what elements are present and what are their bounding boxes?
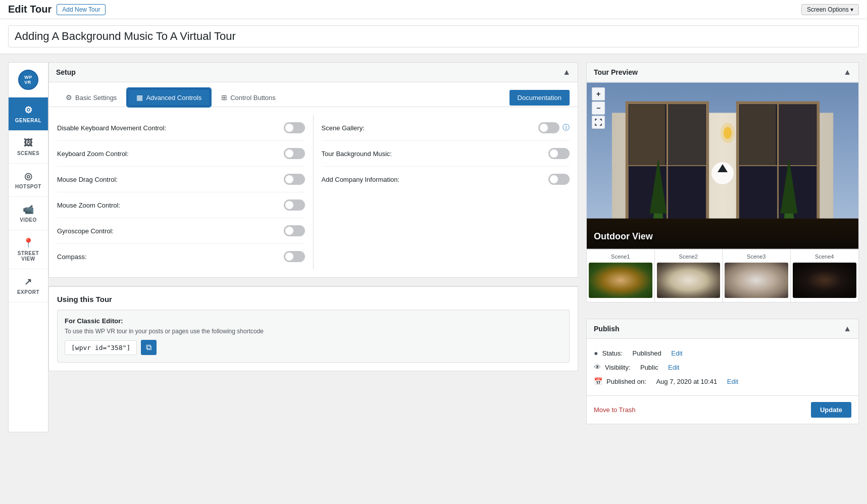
move-to-trash-link[interactable]: Move to Trash	[594, 406, 635, 414]
publish-visibility-row: 👁 Visibility: Public Edit	[594, 360, 851, 374]
tour-title-input[interactable]	[8, 25, 859, 47]
tab-advanced-controls-label: Advanced Controls	[146, 94, 201, 102]
scene-gallery-toggle[interactable]	[538, 122, 559, 133]
sidebar-item-video[interactable]: 📹 VIDEO	[9, 197, 48, 230]
setup-panel: Setup ▲ ⚙ Basic Settings ▦ Adv	[48, 62, 578, 278]
publish-collapse-button[interactable]: ▲	[843, 324, 851, 333]
add-new-button[interactable]: Add New Tour	[57, 4, 106, 15]
scene-thumb-3[interactable]: Scene3	[723, 249, 791, 302]
documentation-button[interactable]: Documentation	[509, 90, 570, 106]
tour-preview-collapse-button[interactable]: ▲	[843, 68, 851, 77]
keyboard-zoom-label: Keyboard Zoom Control:	[57, 150, 129, 158]
scene-gallery-label: Scene Gallery:	[322, 124, 365, 132]
tour-preview-header: Tour Preview ▲	[587, 63, 858, 82]
shortcode-value: [wpvr id="358"]	[65, 340, 137, 355]
preview-controls: + −	[592, 87, 605, 129]
wpvr-logo-icon: WPVR	[18, 70, 38, 90]
tour-bg-music-toggle[interactable]	[548, 148, 570, 159]
sidebar-label-scenes: SCENES	[17, 150, 39, 156]
scene2-label: Scene2	[679, 254, 698, 260]
scene-thumb-4[interactable]: Scene4	[791, 249, 859, 302]
mouse-drag-slider	[284, 174, 305, 185]
status-edit-link[interactable]: Edit	[671, 349, 682, 357]
setup-collapse-button[interactable]: ▲	[563, 68, 571, 77]
copy-shortcode-button[interactable]: ⧉	[141, 340, 157, 355]
mouse-drag-toggle[interactable]	[284, 174, 305, 185]
tab-control-buttons[interactable]: ⊞ Control Buttons	[213, 88, 284, 107]
left-panel: WPVR ⚙ GENERAL 🖼 SCENES ◎ HOTSPOT 📹 VIDE…	[8, 62, 578, 432]
for-classic-label: For Classic Editor:	[65, 317, 562, 325]
compass-slider	[284, 251, 305, 262]
scene-thumb-2[interactable]: Scene2	[655, 249, 723, 302]
tab-basic-settings[interactable]: ⚙ Basic Settings	[57, 88, 125, 107]
top-bar-left: Edit Tour Add New Tour	[8, 4, 106, 15]
title-row	[0, 19, 867, 54]
setup-panel-header: Setup ▲	[49, 63, 578, 82]
tour-bg-music-slider	[548, 148, 570, 159]
scene-thumb-1[interactable]: Scene1	[587, 249, 655, 302]
control-buttons-icon: ⊞	[221, 93, 227, 102]
publish-footer: Move to Trash Update	[587, 395, 858, 424]
using-title: Using this Tour	[57, 295, 570, 304]
zoom-in-button[interactable]: +	[592, 87, 605, 100]
published-edit-link[interactable]: Edit	[727, 378, 738, 385]
gyroscope-label: Gyroscope Control:	[57, 227, 114, 235]
street-view-icon: 📍	[23, 237, 34, 248]
sidebar-item-export[interactable]: ↗ EXPORT	[9, 269, 48, 303]
scene-label: Outdoor View	[594, 231, 653, 242]
sidebar-item-hotspot[interactable]: ◎ HOTSPOT	[9, 164, 48, 197]
tour-preview-title: Tour Preview	[594, 68, 638, 76]
tour-bg-music-label: Tour Background Music:	[322, 150, 392, 158]
setup-panel-title: Setup	[56, 68, 76, 76]
update-button[interactable]: Update	[811, 402, 851, 418]
svg-rect-13	[777, 105, 817, 165]
publish-body: ● Status: Published Edit 👁 Visibility: P…	[587, 339, 858, 395]
disable-keyboard-label: Disable Keyboard Movement Control:	[57, 124, 166, 132]
add-company-toggle[interactable]	[548, 174, 570, 185]
scene-gallery-info-icon[interactable]: ⓘ	[563, 123, 570, 132]
gear-icon: ⚙	[24, 105, 33, 116]
disable-keyboard-toggle[interactable]	[284, 122, 305, 133]
controls-left: Disable Keyboard Movement Control: Keybo…	[57, 115, 314, 269]
visibility-value: Public	[640, 364, 658, 371]
keyboard-zoom-toggle[interactable]	[284, 148, 305, 159]
using-section: Using this Tour For Classic Editor: To u…	[49, 286, 578, 371]
scene1-label: Scene1	[611, 254, 630, 260]
right-column: Tour Preview ▲	[586, 62, 859, 432]
disable-keyboard-slider	[284, 122, 305, 133]
svg-point-15	[721, 123, 735, 143]
scene2-thumbnail	[657, 263, 721, 298]
tour-preview-image	[587, 82, 858, 249]
svg-rect-11	[666, 105, 705, 165]
control-mouse-drag: Mouse Drag Control:	[57, 167, 305, 192]
scenes-row: Scene1 Scene2 Scene3 Scene4	[587, 249, 858, 302]
control-gyroscope: Gyroscope Control:	[57, 218, 305, 244]
visibility-edit-link[interactable]: Edit	[668, 364, 679, 371]
control-mouse-zoom: Mouse Zoom Control:	[57, 192, 305, 218]
scene1-thumbnail	[589, 263, 652, 298]
mouse-zoom-toggle[interactable]	[284, 199, 305, 211]
fullscreen-button[interactable]	[592, 116, 605, 129]
zoom-out-button[interactable]: −	[592, 102, 605, 115]
calendar-icon: 📅	[594, 377, 602, 385]
sidebar-item-street-view[interactable]: 📍 STREET VIEW	[9, 230, 48, 269]
scene3-thumbnail	[725, 263, 788, 298]
sidebar-item-general[interactable]: ⚙ GENERAL	[9, 97, 48, 131]
compass-label: Compass:	[57, 253, 87, 261]
using-tour-panel: Using this Tour For Classic Editor: To u…	[48, 286, 578, 371]
sidebar-item-scenes[interactable]: 🖼 SCENES	[9, 131, 48, 164]
visibility-icon: 👁	[594, 363, 601, 371]
compass-toggle[interactable]	[284, 251, 305, 262]
publish-panel-title: Publish	[594, 325, 620, 333]
shortcode-desc: To use this WP VR tour in your posts or …	[65, 328, 562, 335]
tab-advanced-controls[interactable]: ▦ Advanced Controls	[127, 88, 211, 107]
control-add-company: Add Company Information:	[322, 167, 570, 192]
svg-rect-10	[629, 105, 666, 165]
controls-right: Scene Gallery: ⓘ Tour	[314, 115, 570, 269]
video-icon: 📹	[23, 204, 34, 215]
visibility-label: Visibility:	[605, 364, 630, 371]
gyroscope-toggle[interactable]	[284, 225, 305, 236]
shortcode-row: [wpvr id="358"] ⧉	[65, 340, 562, 355]
tour-preview-image-container: + − Outdoor View	[587, 82, 858, 249]
screen-options-button[interactable]: Screen Options ▾	[801, 4, 859, 15]
